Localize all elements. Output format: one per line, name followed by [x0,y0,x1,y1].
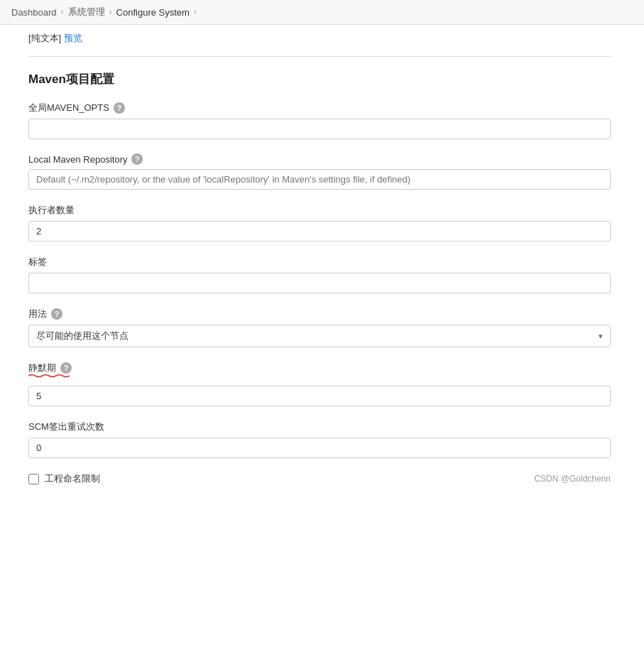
labels-label-row: 标签 [28,256,611,269]
local-maven-repo-label-row: Local Maven Repository ? [28,153,611,165]
main-content: [纯文本] 预览 Maven项目配置 全局MAVEN_OPTS ? Local … [0,25,639,514]
breadcrumb-sep-2: › [109,7,112,17]
form-group-local-maven-repo: Local Maven Repository ? [28,153,611,190]
maven-opts-label-row: 全局MAVEN_OPTS ? [28,102,611,114]
maven-opts-input[interactable] [28,119,611,139]
breadcrumb-configure-system: Configure System [116,7,190,18]
executor-count-label: 执行者数量 [28,204,75,217]
preview-link[interactable]: 预览 [64,33,82,43]
breadcrumb: Dashboard › 系统管理 › Configure System › [0,0,644,25]
local-maven-repo-input[interactable] [28,169,611,190]
breadcrumb-dashboard[interactable]: Dashboard [11,7,57,18]
preview-row: [纯文本] 预览 [28,25,611,50]
maven-opts-help-icon[interactable]: ? [114,102,125,114]
project-name-limit-checkbox[interactable] [28,474,39,484]
usage-select-value: 尽可能的使用这个节点 [36,330,129,342]
scm-retry-label: SCM签出重试次数 [28,421,104,433]
maven-opts-label: 全局MAVEN_OPTS [28,102,109,114]
executor-count-input[interactable] [28,221,611,242]
section-title: Maven项目配置 [28,71,611,87]
preview-prefix: [纯文本] [28,33,61,43]
form-group-executor-count: 执行者数量 [28,204,611,242]
breadcrumb-sep-1: › [61,7,64,17]
form-group-quiescence: 静默期 ? [28,362,611,406]
squiggle-decoration [28,373,70,379]
usage-select[interactable]: 尽可能的使用这个节点 [28,325,611,347]
footer-note-inline: CSDN @Goldchenn [534,474,611,484]
form-group-usage: 用法 ? 尽可能的使用这个节点 [28,308,611,347]
form-group-scm-retry: SCM签出重试次数 [28,421,611,458]
labels-label: 标签 [28,256,47,269]
usage-help-icon[interactable]: ? [51,308,62,320]
local-maven-repo-label: Local Maven Repository [28,154,127,165]
form-group-project-name-limit: 工程命名限制 CSDN @Goldchenn [28,472,611,485]
scm-retry-label-row: SCM签出重试次数 [28,421,611,433]
labels-input[interactable] [28,273,611,293]
quiescence-input[interactable] [28,386,611,406]
form-group-maven-opts: 全局MAVEN_OPTS ? [28,102,611,139]
breadcrumb-system-mgmt[interactable]: 系统管理 [68,6,105,18]
quiescence-label-row: 静默期 ? [28,362,611,374]
local-maven-repo-help-icon[interactable]: ? [131,153,143,165]
section-divider [28,56,611,57]
quiescence-help-icon[interactable]: ? [60,362,72,374]
scm-retry-input[interactable] [28,438,611,458]
project-name-limit-label: 工程命名限制 [45,472,100,485]
form-group-labels: 标签 [28,256,611,293]
executor-count-label-row: 执行者数量 [28,204,611,217]
quiescence-label: 静默期 [28,362,56,374]
usage-label: 用法 [28,308,47,320]
usage-label-row: 用法 ? [28,308,611,320]
breadcrumb-sep-3: › [194,7,197,17]
